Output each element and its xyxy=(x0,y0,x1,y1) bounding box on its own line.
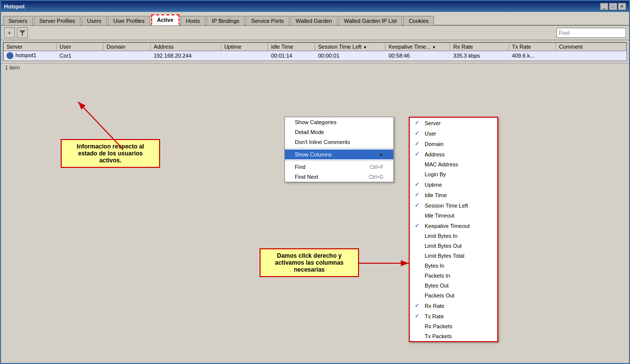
ctx-item-find[interactable]: FindCtrl+F xyxy=(285,162,393,172)
ctx-item-show-categories[interactable]: Show Categories xyxy=(285,117,393,127)
sub-item-idle-timeout[interactable]: Idle Timeout xyxy=(410,211,497,220)
sub-item-label: Tx Rate xyxy=(425,313,444,319)
cell-user: Cor1 xyxy=(56,51,103,61)
sub-item-packets-out[interactable]: Packets Out xyxy=(410,291,497,300)
close-button[interactable]: ✕ xyxy=(618,3,626,10)
cell-uptime xyxy=(221,51,268,61)
annotation-text-2: Damos click derecho y activamos las colu… xyxy=(275,252,344,273)
checkmark-icon: ✓ xyxy=(415,120,422,126)
sub-item-tx-packets[interactable]: Tx Packets xyxy=(410,331,497,341)
ctx-separator xyxy=(285,148,393,148)
sub-item-label: User xyxy=(425,131,436,137)
checkmark-icon: ✓ xyxy=(415,302,422,309)
sub-item-limit-bytes-in[interactable]: Limit Bytes In xyxy=(410,231,497,241)
sub-item-mac-address[interactable]: MAC Address xyxy=(410,159,497,169)
ctx-item-don't-inline-comments[interactable]: Don't Inline Comments xyxy=(285,137,393,147)
find-input[interactable] xyxy=(556,28,626,38)
add-button[interactable]: + xyxy=(4,27,15,38)
tab-active[interactable]: Active xyxy=(151,14,180,25)
sub-item-label: Address xyxy=(425,151,445,157)
cell-address: 192.168.20.244 xyxy=(150,51,221,61)
sub-item-label: Bytes In xyxy=(425,263,445,269)
sub-item-keepalive-timeout[interactable]: ✓Keepalive Timeout xyxy=(410,220,497,231)
ctx-separator xyxy=(285,160,393,161)
sub-item-limit-bytes-total[interactable]: Limit Bytes Total xyxy=(410,251,497,261)
cell-session-time-left: 00:00:01 xyxy=(315,51,385,61)
tab-bar: ServersServer ProfilesUsersUser Profiles… xyxy=(1,12,629,26)
sub-item-label: Rx Packets xyxy=(425,323,452,329)
ctx-item-show-columns[interactable]: Show Columns▶ xyxy=(285,149,393,159)
col-header-address[interactable]: Address xyxy=(150,43,221,51)
annotation-box-1: Informacion respecto al estado de los us… xyxy=(61,139,160,168)
col-header-session-time-left[interactable]: Session Time Left▼ xyxy=(315,43,385,51)
ctx-shortcut: Ctrl+G xyxy=(369,174,383,180)
checkmark-icon: ✓ xyxy=(415,192,422,198)
checkmark-icon: ✓ xyxy=(415,130,422,137)
row-status-icon xyxy=(6,52,13,59)
ctx-shortcut: Ctrl+F xyxy=(370,164,384,170)
sub-item-label: Bytes Out xyxy=(425,283,449,289)
ctx-item-label: Detail Mode xyxy=(295,129,324,135)
cell-idle-time: 00:01:14 xyxy=(268,51,315,61)
checkmark-icon: ✓ xyxy=(415,313,422,319)
cell-server: hotspot1 xyxy=(3,51,56,61)
ctx-item-detail-mode[interactable]: Detail Mode xyxy=(285,127,393,137)
sub-item-rx-rate[interactable]: ✓Rx Rate xyxy=(410,300,497,311)
col-header-comment[interactable]: Comment xyxy=(556,43,627,51)
sub-item-session-time-left[interactable]: ✓Session Time Left xyxy=(410,200,497,211)
col-header-server[interactable]: Server xyxy=(3,43,56,51)
col-header-idle-time[interactable]: Idle Time xyxy=(268,43,315,51)
tab-servers[interactable]: Servers xyxy=(3,16,33,25)
sub-item-login-by[interactable]: Login By xyxy=(410,169,497,179)
item-count: 1 item xyxy=(5,65,20,71)
col-header-user[interactable]: User xyxy=(56,43,103,51)
ctx-item-label: Find xyxy=(295,164,305,170)
minimize-button[interactable]: _ xyxy=(600,3,608,10)
filter-icon xyxy=(19,29,26,36)
col-header-uptime[interactable]: Uptime xyxy=(221,43,268,51)
cell-domain xyxy=(103,51,151,61)
ctx-item-label: Show Categories xyxy=(295,119,337,125)
sub-item-server[interactable]: ✓Server xyxy=(410,118,497,128)
sub-item-idle-time[interactable]: ✓Idle Time xyxy=(410,190,497,200)
sub-item-uptime[interactable]: ✓Uptime xyxy=(410,179,497,190)
active-table: ServerUserDomainAddressUptimeIdle TimeSe… xyxy=(3,43,627,61)
col-header-rx-rate[interactable]: Rx Rate xyxy=(450,43,509,51)
tab-walled-garden[interactable]: Walled Garden xyxy=(290,16,338,25)
sub-item-limit-bytes-out[interactable]: Limit Bytes Out xyxy=(410,241,497,251)
ctx-item-label: Show Columns xyxy=(295,151,332,157)
filter-button[interactable] xyxy=(17,27,28,38)
sub-item-address[interactable]: ✓Address xyxy=(410,149,497,159)
tab-ip-bindings[interactable]: IP Bindings xyxy=(206,16,245,25)
sub-item-label: Uptime xyxy=(425,182,442,188)
tab-walled-garden-ip-list[interactable]: Walled Garden IP List xyxy=(339,16,402,25)
tab-users[interactable]: Users xyxy=(82,16,107,25)
table-row[interactable]: hotspot1Cor1192.168.20.24400:01:1400:00:… xyxy=(3,51,627,61)
tab-user-profiles[interactable]: User Profiles xyxy=(108,16,150,25)
col-header-keepalive-time...[interactable]: Keepalive Time...▼ xyxy=(385,43,450,51)
cell-rx-rate: 335.3 kbps xyxy=(450,51,509,61)
ctx-item-find-next[interactable]: Find NextCtrl+G xyxy=(285,172,393,182)
ctx-item-label: Don't Inline Comments xyxy=(295,139,350,145)
sub-item-label: Domain xyxy=(425,141,444,147)
cell-comment xyxy=(556,51,627,61)
maximize-button[interactable]: □ xyxy=(609,3,617,10)
checkmark-icon: ✓ xyxy=(415,222,422,229)
tab-server-profiles[interactable]: Server Profiles xyxy=(34,16,81,25)
sub-item-bytes-in[interactable]: Bytes In xyxy=(410,261,497,271)
sub-item-domain[interactable]: ✓Domain xyxy=(410,139,497,149)
content-area: ServerUserDomainAddressUptimeIdle TimeSe… xyxy=(1,42,629,340)
col-header-tx-rate[interactable]: Tx Rate xyxy=(509,43,556,51)
sub-item-tx-rate[interactable]: ✓Tx Rate xyxy=(410,311,497,321)
sub-item-packets-in[interactable]: Packets In xyxy=(410,271,497,281)
sub-item-user[interactable]: ✓User xyxy=(410,128,497,139)
sub-item-label: Packets In xyxy=(425,273,450,279)
col-header-domain[interactable]: Domain xyxy=(103,43,151,51)
checkmark-icon: ✓ xyxy=(415,141,422,147)
sub-item-rx-packets[interactable]: Rx Packets xyxy=(410,321,497,331)
tab-hosts[interactable]: Hosts xyxy=(180,16,205,25)
sub-item-bytes-out[interactable]: Bytes Out xyxy=(410,281,497,291)
tab-cookies[interactable]: Cookies xyxy=(403,16,434,25)
checkmark-icon: ✓ xyxy=(415,181,422,188)
tab-service-ports[interactable]: Service Ports xyxy=(246,16,289,25)
